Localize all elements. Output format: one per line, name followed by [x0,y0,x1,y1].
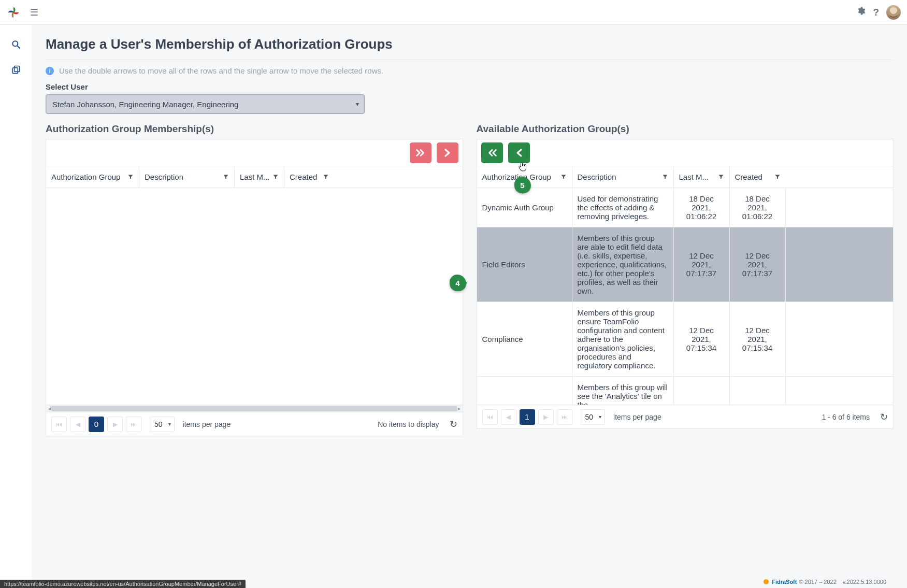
filter-icon[interactable] [662,173,668,181]
cell-group [477,377,572,405]
filter-icon[interactable] [560,173,567,181]
info-icon: i [46,67,54,75]
select-user-label: Select User [46,82,894,91]
col-description[interactable]: Description [572,166,674,188]
search-icon[interactable] [11,39,21,51]
table-row[interactable]: ComplianceMembers of this group ensure T… [477,302,894,377]
copy-icon[interactable] [11,65,21,77]
fidra-logo-icon [764,579,769,584]
pager-status: 1 - 6 of 6 items [822,413,870,421]
cell-group: Compliance [477,302,572,376]
pager-current-page[interactable]: 0 [89,417,104,432]
avatar[interactable] [886,5,901,20]
refresh-icon[interactable]: ↻ [880,411,888,423]
cell-modified: 18 Dec 2021, 01:06:22 [674,188,730,227]
page-title: Manage a User's Membership of Authorizat… [46,36,894,52]
select-user-value: Stefan Johansson, Engineering Manager, E… [52,100,238,109]
menu-toggle-icon[interactable]: ☰ [30,7,38,18]
pager-next-button[interactable]: ▶ [107,417,123,432]
cell-created [730,377,786,405]
ipp-label: items per page [183,420,231,428]
col-created[interactable]: Created [730,166,786,188]
help-icon[interactable]: ? [873,7,879,18]
membership-grid: Authorization Group Description Last M..… [46,139,463,436]
filter-icon[interactable] [323,173,329,181]
svg-rect-2 [12,68,18,74]
cell-group: Field Editors [477,227,572,302]
callout-4: 4 [450,275,466,291]
cell-modified [674,377,730,405]
app-logo[interactable] [6,5,21,20]
remove-selected-button[interactable] [437,142,458,163]
available-toolbar [477,139,894,166]
footer-brand: FidraSoft [772,579,797,585]
info-text: Use the double arrows to move all of the… [59,66,383,75]
page-size-select[interactable]: 50 [581,409,606,425]
scroll-right-icon[interactable]: ▸ [456,406,463,412]
membership-panel: Authorization Group Membership(s) Author… [46,123,463,436]
cell-modified: 12 Dec 2021, 07:15:34 [674,302,730,376]
col-last-modified[interactable]: Last M... [235,166,284,188]
available-title: Available Authorization Group(s) [477,123,894,135]
filter-icon[interactable] [718,173,724,181]
ipp-label: items per page [613,413,661,421]
pager-first-button[interactable]: ⏮ [482,409,498,425]
cell-desc: Members of this group ensure TeamFolio c… [572,302,674,376]
col-created[interactable]: Created [284,166,334,188]
content-area: Manage a User's Membership of Authorizat… [32,25,907,588]
filter-icon[interactable] [272,173,279,181]
table-row[interactable]: Dynamic Auth GroupUsed for demonstrating… [477,188,894,227]
available-pager: ⏮ ◀ 1 ▶ ⏭ 50 items per page 1 - 6 of 6 i… [477,405,894,428]
pager-current-page[interactable]: 1 [520,409,535,425]
status-bar-link: https://teamfolio-demo.azurewebsites.net… [0,580,246,588]
col-last-modified[interactable]: Last M... [674,166,730,188]
membership-header: Authorization Group Description Last M..… [46,166,463,188]
available-header: Authorization Group Description Last M..… [477,166,894,188]
cell-created: 12 Dec 2021, 07:15:34 [730,302,786,376]
page-size-select[interactable]: 50 [150,417,175,432]
gear-icon[interactable] [856,6,866,18]
refresh-icon[interactable]: ↻ [450,419,457,430]
footer-copyright: © 2017 – 2022 [799,579,836,585]
available-grid: Authorization Group Description Last M..… [477,139,894,429]
cell-created: 18 Dec 2021, 01:06:22 [730,188,786,227]
cell-modified: 12 Dec 2021, 07:17:37 [674,227,730,302]
select-user-dropdown[interactable]: Stefan Johansson, Engineering Manager, E… [46,94,365,114]
cell-desc: Members of this group are able to edit f… [572,227,674,302]
table-row[interactable]: Members of this group will see the 'Anal… [477,377,894,405]
pager-status: No items to display [378,420,439,428]
filter-icon[interactable] [774,173,781,181]
callout-5: 5 [514,177,531,193]
pager-prev-button[interactable]: ◀ [70,417,85,432]
left-rail [0,25,32,588]
cell-desc: Members of this group will see the 'Anal… [572,377,674,405]
info-bar: i Use the double arrows to move all of t… [46,66,894,75]
svg-point-0 [12,41,18,46]
add-selected-button[interactable] [508,142,530,163]
pager-first-button[interactable]: ⏮ [51,417,67,432]
pager-last-button[interactable]: ⏭ [557,409,572,425]
table-row[interactable]: Field EditorsMembers of this group are a… [477,227,894,302]
scroll-thumb[interactable] [51,406,457,411]
svg-rect-3 [14,66,19,72]
available-body[interactable]: Dynamic Auth GroupUsed for demonstrating… [477,188,894,405]
filter-icon[interactable] [127,173,134,181]
filter-icon[interactable] [223,173,229,181]
pager-last-button[interactable]: ⏭ [126,417,141,432]
available-panel: Available Authorization Group(s) [477,123,894,436]
col-auth-group[interactable]: Authorization Group [46,166,139,188]
pager-next-button[interactable]: ▶ [538,409,554,425]
membership-pager: ⏮ ◀ 0 ▶ ⏭ 50 items per page No items to … [46,412,463,436]
add-all-button[interactable] [481,142,503,163]
membership-body[interactable] [46,188,463,405]
pager-prev-button[interactable]: ◀ [501,409,516,425]
membership-toolbar [46,139,463,166]
footer-version: v.2022.5.13.0000 [843,579,886,585]
h-scrollbar[interactable]: ◂ ▸ [46,405,463,412]
membership-title: Authorization Group Membership(s) [46,123,463,135]
remove-all-button[interactable] [410,142,431,163]
cell-created: 12 Dec 2021, 07:17:37 [730,227,786,302]
topbar: ☰ ? [0,0,907,25]
svg-line-1 [17,46,20,49]
col-description[interactable]: Description [139,166,235,188]
